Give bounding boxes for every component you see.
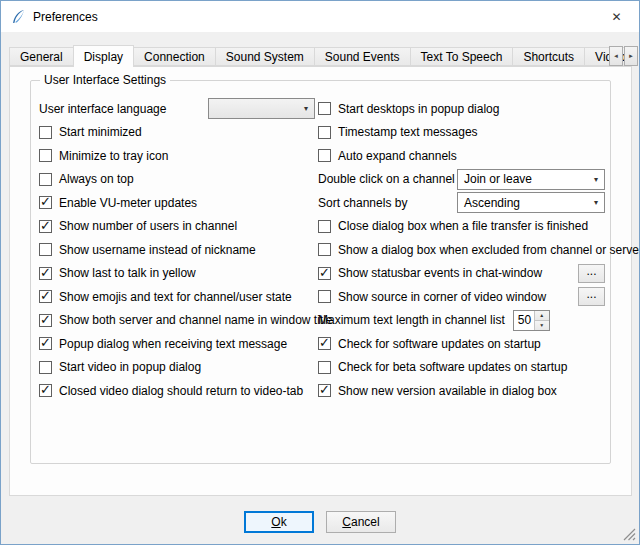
checkbox-label: Closed video dialog should return to vid… xyxy=(59,384,303,398)
checkbox-label: Show new version available in dialog box xyxy=(338,384,557,398)
checkbox[interactable] xyxy=(318,149,331,162)
checkbox[interactable] xyxy=(39,196,52,209)
spin-down-button[interactable]: ▼ xyxy=(535,321,549,330)
tab-scroll-buttons: ◄ ► xyxy=(608,46,638,66)
left-settings-column: User interface language ▾ Start minimize… xyxy=(39,100,315,406)
double-click-row: Double click on a channel Join or leave … xyxy=(318,171,605,188)
chevron-down-icon: ▾ xyxy=(586,198,598,207)
tab-connection[interactable]: Connection xyxy=(133,47,216,66)
checkbox[interactable] xyxy=(39,267,52,280)
checkbox-row[interactable]: Check for software updates on startup xyxy=(318,335,605,352)
max-text-length-label: Maximum text length in channel list xyxy=(318,313,505,327)
display-tab-page: User Interface Settings User interface l… xyxy=(9,66,632,496)
checkbox-label: Check for software updates on startup xyxy=(338,337,541,351)
checkbox[interactable] xyxy=(39,361,52,374)
tab-sound-events[interactable]: Sound Events xyxy=(314,47,411,66)
checkbox-label: Show emojis and text for channel/user st… xyxy=(59,290,292,304)
checkbox-row[interactable]: Auto expand channels xyxy=(318,147,605,164)
titlebar[interactable]: Preferences ✕ xyxy=(1,1,639,32)
statusbar-events-more-button[interactable]: ... xyxy=(578,264,605,283)
checkbox-row[interactable]: Popup dialog when receiving text message xyxy=(39,335,315,352)
checkbox-label: Show source in corner of video window xyxy=(338,290,546,304)
checkbox-label: Start minimized xyxy=(59,125,142,139)
checkbox[interactable] xyxy=(318,337,331,350)
spin-value[interactable]: 50 xyxy=(514,311,534,330)
checkbox-row[interactable]: Check for beta software updates on start… xyxy=(318,359,605,376)
checkbox-label: Show number of users in channel xyxy=(59,219,237,233)
checkbox[interactable] xyxy=(39,384,52,397)
checkbox[interactable] xyxy=(39,173,52,186)
checkbox-row[interactable]: Show username instead of nickname xyxy=(39,241,315,258)
checkbox[interactable] xyxy=(39,290,52,303)
checkbox-label: Check for beta software updates on start… xyxy=(338,360,567,374)
cancel-button[interactable]: Cancel xyxy=(326,511,396,533)
double-click-label: Double click on a channel xyxy=(318,172,455,186)
tab-bar: General Display Connection Sound System … xyxy=(9,45,636,66)
checkbox-row[interactable]: Minimize to tray icon xyxy=(39,147,315,164)
sort-channels-combobox[interactable]: Ascending ▾ xyxy=(457,192,605,213)
close-button[interactable]: ✕ xyxy=(594,1,639,32)
spin-up-button[interactable]: ▲ xyxy=(535,311,549,321)
dialog-buttons: Ok Cancel xyxy=(1,511,639,533)
tab-sound-system[interactable]: Sound System xyxy=(215,47,315,66)
checkbox[interactable] xyxy=(318,361,331,374)
checkbox[interactable] xyxy=(39,149,52,162)
checkbox[interactable] xyxy=(318,220,331,233)
checkbox-row[interactable]: Always on top xyxy=(39,171,315,188)
app-icon xyxy=(10,9,26,25)
checkbox-label: Timestamp text messages xyxy=(338,125,478,139)
checkbox-row[interactable]: Enable VU-meter updates xyxy=(39,194,315,211)
checkbox-row[interactable]: Start video in popup dialog xyxy=(39,359,315,376)
checkbox-row[interactable]: Show number of users in channel xyxy=(39,218,315,235)
tab-text-to-speech[interactable]: Text To Speech xyxy=(410,47,514,66)
video-source-row[interactable]: Show source in corner of video window ..… xyxy=(318,288,605,305)
checkbox[interactable] xyxy=(318,243,331,256)
video-source-more-button[interactable]: ... xyxy=(578,287,605,306)
language-combobox[interactable]: ▾ xyxy=(208,98,315,119)
window-title: Preferences xyxy=(33,10,98,24)
checkbox[interactable] xyxy=(318,290,331,303)
ok-button[interactable]: Ok xyxy=(244,511,314,533)
checkbox[interactable] xyxy=(39,126,52,139)
checkbox-row[interactable]: Show both server and channel name in win… xyxy=(39,312,315,329)
tab-scroll-right-button[interactable]: ► xyxy=(624,46,638,66)
checkbox-label: Minimize to tray icon xyxy=(59,149,168,163)
checkbox[interactable] xyxy=(39,337,52,350)
checkbox-label: Show username instead of nickname xyxy=(59,243,256,257)
checkbox[interactable] xyxy=(318,126,331,139)
checkbox-row[interactable]: Show a dialog box when excluded from cha… xyxy=(318,241,605,258)
checkbox-row[interactable]: Show last to talk in yellow xyxy=(39,265,315,282)
double-click-value: Join or leave xyxy=(464,172,532,186)
checkbox[interactable] xyxy=(39,243,52,256)
checkbox[interactable] xyxy=(318,384,331,397)
language-row: User interface language ▾ xyxy=(39,100,315,117)
sort-channels-value: Ascending xyxy=(464,196,520,210)
tab-display[interactable]: Display xyxy=(73,45,134,67)
checkbox[interactable] xyxy=(318,267,331,280)
resize-grip[interactable] xyxy=(623,528,636,541)
checkbox-label: Close dialog box when a file transfer is… xyxy=(338,219,588,233)
checkbox-row[interactable]: Start minimized xyxy=(39,124,315,141)
checkbox[interactable] xyxy=(39,220,52,233)
group-title: User Interface Settings xyxy=(40,73,170,87)
checkbox-row[interactable]: Close dialog box when a file transfer is… xyxy=(318,218,605,235)
checkbox-label: Show both server and channel name in win… xyxy=(59,313,333,327)
checkbox[interactable] xyxy=(318,102,331,115)
tab-scroll-left-button[interactable]: ◄ xyxy=(609,46,623,66)
checkbox-label: Enable VU-meter updates xyxy=(59,196,197,210)
checkbox-label: Show last to talk in yellow xyxy=(59,266,196,280)
language-label: User interface language xyxy=(39,102,166,116)
checkbox-row[interactable]: Timestamp text messages xyxy=(318,124,605,141)
checkbox-row[interactable]: Closed video dialog should return to vid… xyxy=(39,382,315,399)
tab-general[interactable]: General xyxy=(9,47,74,66)
checkbox-label: Popup dialog when receiving text message xyxy=(59,337,287,351)
double-click-combobox[interactable]: Join or leave ▾ xyxy=(457,169,605,190)
max-text-length-spinbox[interactable]: 50 ▲ ▼ xyxy=(513,310,550,331)
checkbox-row[interactable]: Show emojis and text for channel/user st… xyxy=(39,288,315,305)
tab-shortcuts[interactable]: Shortcuts xyxy=(512,47,585,66)
checkbox[interactable] xyxy=(39,314,52,327)
checkbox-row[interactable]: Start desktops in popup dialog xyxy=(318,100,605,117)
statusbar-events-row[interactable]: Show statusbar events in chat-window ... xyxy=(318,265,605,282)
checkbox-row[interactable]: Show new version available in dialog box xyxy=(318,382,605,399)
spin-buttons: ▲ ▼ xyxy=(534,311,549,330)
